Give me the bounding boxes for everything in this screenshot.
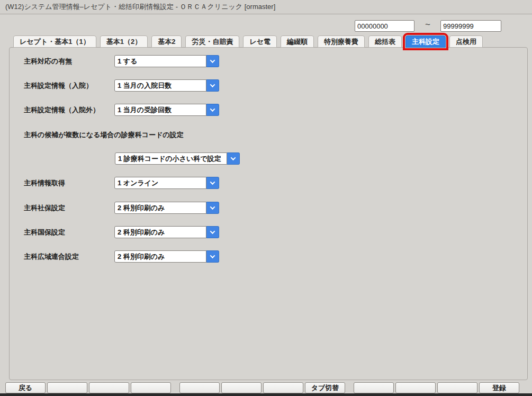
select-joho-shutoku-value[interactable]: 1 オンライン (114, 177, 206, 189)
range-separator: ~ (419, 19, 437, 31)
chevron-down-icon (210, 229, 215, 234)
tab-bar: レセプト・基本1（1） 基本1（2） 基本2 労災・自賠責 レセ電 編綴順 特別… (13, 35, 483, 48)
blank-button-3[interactable] (131, 382, 171, 393)
register-button[interactable]: 登録 (479, 382, 519, 393)
tab-hentetsujun[interactable]: 編綴順 (281, 35, 314, 48)
select-settei-nyuingai-value[interactable]: 1 当月の受診回数 (114, 104, 206, 116)
label-settei-nyuingai: 主科設定情報（入院外） (24, 104, 100, 116)
tab-content-panel (9, 47, 528, 380)
tab-basic2[interactable]: 基本2 (151, 35, 182, 48)
chevron-down-icon (210, 82, 215, 87)
function-key-bar: 戻る タブ切替 登録 (5, 382, 519, 393)
blank-button-2[interactable] (89, 382, 129, 393)
label-shuka-taio: 主科対応の有無 (24, 55, 72, 67)
select-settei-nyuin[interactable]: 1 当月の入院日数 (114, 79, 219, 92)
tab-basic1-2[interactable]: 基本1（2） (100, 35, 148, 48)
label-shaho-settei: 主科社保設定 (24, 202, 65, 214)
blank-button-5[interactable] (221, 382, 262, 393)
label-kokuho-settei: 主科国保設定 (24, 226, 65, 238)
back-button[interactable]: 戻る (5, 382, 46, 393)
select-shaho-settei[interactable]: 2 科別印刷のみ (114, 202, 219, 214)
select-shuka-taio-dropdown-button[interactable] (206, 55, 219, 67)
application-window: (W12)システム管理情報–レセプト・総括印刷情報設定 - ＯＲＣＡクリニック … (0, 0, 532, 396)
chevron-down-icon (231, 155, 236, 160)
chevron-down-icon (210, 253, 215, 258)
label-joho-shutoku: 主科情報取得 (24, 177, 65, 189)
range-to-input[interactable] (440, 20, 501, 32)
select-settei-nyuin-dropdown-button[interactable] (206, 79, 219, 92)
blank-button-1[interactable] (47, 382, 87, 393)
select-settei-nyuingai[interactable]: 1 当月の受診回数 (114, 104, 219, 116)
blank-button-4[interactable] (179, 382, 220, 393)
chevron-down-icon (210, 204, 215, 210)
select-shinryoka-code-dropdown-button[interactable] (227, 152, 240, 165)
blank-button-6[interactable] (263, 382, 303, 393)
select-shuka-taio-value[interactable]: 1 する (114, 55, 206, 67)
tab-receipt-basic1-1[interactable]: レセプト・基本1（1） (13, 35, 96, 48)
blank-button-8[interactable] (395, 382, 436, 393)
label-settei-nyuin: 主科設定情報（入院） (24, 79, 93, 92)
label-koiki-rengo-settei: 主科広域連合設定 (24, 250, 79, 263)
select-kokuho-settei-value[interactable]: 2 科別印刷のみ (114, 226, 206, 238)
tab-sokatsuhyo[interactable]: 総括表 (368, 35, 402, 48)
tab-shuka-settei[interactable]: 主科設定 (405, 35, 446, 48)
tab-switch-button[interactable]: タブ切替 (305, 382, 345, 393)
window-bottom-edge (0, 393, 532, 396)
tab-receden[interactable]: レセ電 (243, 35, 277, 48)
tab-rosai-jibaiseki[interactable]: 労災・自賠責 (185, 35, 239, 48)
tab-tokubetsu-ryoyohi[interactable]: 特別療養費 (318, 35, 365, 48)
select-kokuho-settei[interactable]: 2 科別印刷のみ (114, 226, 219, 238)
select-koiki-rengo-settei[interactable]: 2 科別印刷のみ (114, 250, 219, 263)
select-settei-nyuingai-dropdown-button[interactable] (206, 104, 219, 116)
blank-button-7[interactable] (354, 382, 394, 393)
tab-tenkenyo[interactable]: 点検用 (449, 35, 483, 48)
select-koiki-rengo-settei-value[interactable]: 2 科別印刷のみ (114, 250, 206, 263)
range-from-input[interactable] (355, 20, 414, 32)
chevron-down-icon (210, 106, 215, 112)
select-joho-shutoku-dropdown-button[interactable] (206, 177, 219, 189)
select-koiki-rengo-settei-dropdown-button[interactable] (206, 250, 219, 263)
chevron-down-icon (210, 58, 215, 63)
select-shaho-settei-value[interactable]: 2 科別印刷のみ (114, 202, 206, 214)
select-settei-nyuin-value[interactable]: 1 当月の入院日数 (114, 79, 206, 92)
label-shinryoka-code: 主科の候補が複数になる場合の診療科コードの設定 (24, 129, 184, 141)
select-kokuho-settei-dropdown-button[interactable] (206, 226, 219, 238)
select-shinryoka-code-value[interactable]: 1 診療科コードの小さい科で設定 (115, 152, 227, 165)
select-shaho-settei-dropdown-button[interactable] (206, 202, 219, 214)
select-joho-shutoku[interactable]: 1 オンライン (114, 177, 219, 189)
select-shuka-taio[interactable]: 1 する (114, 55, 219, 67)
title-bar: (W12)システム管理情報–レセプト・総括印刷情報設定 - ＯＲＣＡクリニック … (0, 0, 532, 14)
window-title: (W12)システム管理情報–レセプト・総括印刷情報設定 - ＯＲＣＡクリニック … (5, 2, 275, 12)
chevron-down-icon (210, 179, 215, 185)
blank-button-9[interactable] (437, 382, 477, 393)
select-shinryoka-code[interactable]: 1 診療科コードの小さい科で設定 (115, 152, 240, 165)
